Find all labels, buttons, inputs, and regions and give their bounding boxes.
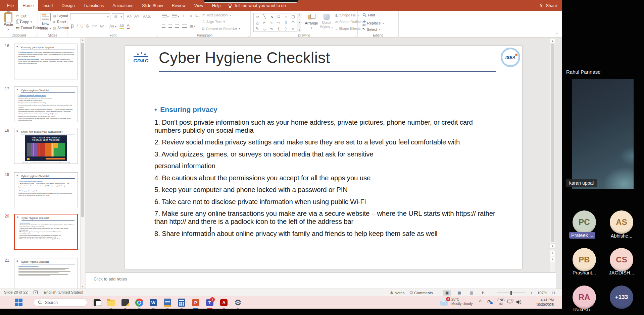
justify-button[interactable]	[182, 24, 187, 28]
menu-transitions[interactable]: Transitions	[79, 0, 108, 11]
chrome-icon[interactable]	[134, 298, 145, 308]
shape-arc-icon[interactable]: ◠	[292, 21, 295, 24]
editor-scrollbar[interactable]: ▲ ▼ ⇞ ⇟	[550, 38, 555, 272]
dark-notes-app-icon[interactable]	[119, 298, 131, 308]
collapse-ribbon-icon[interactable]: ⌃	[556, 32, 558, 36]
italic-button[interactable]: I	[77, 24, 78, 28]
scroll-up-icon[interactable]: ▲	[550, 38, 555, 44]
font-color-button[interactable]: A	[127, 23, 130, 29]
menu-file[interactable]: File	[3, 0, 18, 11]
grow-font-button[interactable]: A˄	[126, 14, 133, 19]
underline-button[interactable]: U	[81, 24, 84, 28]
next-slide-icon[interactable]: ⇟	[550, 257, 555, 262]
columns-button[interactable]: ▦▼	[190, 24, 196, 28]
slide-body-text[interactable]: •Ensuring privacy 1. Don't post private …	[154, 106, 497, 241]
notepad-app-icon[interactable]	[162, 298, 173, 308]
menu-animations[interactable]: Animations	[108, 0, 138, 11]
line-spacing-button[interactable]: ⇅▼	[195, 14, 200, 18]
settings-gear-icon[interactable]: ⚙	[232, 298, 244, 308]
thumbnail-scrollbar[interactable]: ▲ ▼	[80, 38, 85, 289]
align-center-button[interactable]	[168, 24, 172, 28]
shape-line-icon[interactable]: ╲	[263, 15, 266, 18]
slide-title[interactable]: Cyber Hygiene Checklist	[159, 49, 461, 67]
avatar[interactable]: PB	[573, 248, 596, 271]
file-explorer-icon[interactable]	[105, 298, 117, 308]
avatar[interactable]: CS	[610, 248, 633, 271]
shape-curve-icon[interactable]: ◡	[263, 27, 266, 30]
shape-triangle-icon[interactable]: △	[256, 21, 258, 24]
slide-canvas[interactable]: CDAC Cyber Hygiene Checklist ISEA •Ensur…	[125, 46, 522, 269]
more-participants-avatar[interactable]: +133	[610, 286, 633, 309]
bold-button[interactable]: B	[71, 24, 74, 28]
slide-thumbnail-panel[interactable]: 16 ≋ Ensuring good cyber hygiene A passw…	[0, 38, 85, 289]
menu-home[interactable]: Home	[18, 0, 38, 11]
menu-review[interactable]: Review	[167, 0, 190, 11]
quick-styles-button[interactable]: QuickStyles ▼	[319, 13, 334, 29]
scroll-down-icon[interactable]: ▼	[81, 285, 85, 288]
language-indicator[interactable]: ENGIN	[497, 298, 505, 306]
reset-button[interactable]: ↺Reset	[53, 20, 66, 24]
reading-view-button[interactable]: ▥	[468, 290, 475, 296]
paragraph-dialog-launcher-icon[interactable]: ⌟	[248, 34, 249, 37]
participant-video[interactable]: karan uppal	[572, 79, 634, 189]
scroll-down-icon[interactable]: ▼	[550, 243, 555, 249]
shape-leftbrace-icon[interactable]: {	[278, 27, 280, 30]
subscript-button[interactable]: abc	[92, 24, 97, 28]
new-slide-button[interactable]: NewSlide ▼	[39, 12, 52, 30]
avatar[interactable]: PC	[573, 210, 596, 234]
share-button[interactable]: Share	[539, 0, 557, 11]
sync-arrows-icon[interactable]: ⟳	[487, 299, 492, 305]
notes-placeholder[interactable]: Click to add notes	[94, 277, 127, 281]
shape-downarrow-icon[interactable]: ⇩	[284, 21, 287, 24]
network-icon[interactable]	[507, 300, 513, 305]
shape-textbox-icon[interactable]: ▭	[255, 15, 259, 18]
arrange-button[interactable]: Arrange▼	[304, 13, 319, 29]
drawing-dialog-launcher-icon[interactable]: ⌟	[355, 34, 356, 37]
previous-slide-icon[interactable]: ⇞	[550, 251, 555, 256]
change-case-button[interactable]: Aa▼	[109, 24, 117, 28]
thumbnail-slide-20-selected[interactable]: ≋ Cyber Hygiene Checklist • Ensuring pri…	[14, 214, 78, 250]
shape-roundrect-icon[interactable]: ▢	[291, 15, 295, 18]
taskbar-weather-widget[interactable]: 8 25°CMostly cloudy	[440, 297, 473, 306]
word-icon[interactable]: W	[148, 298, 159, 308]
tray-expand-icon[interactable]: ^	[479, 299, 482, 304]
shrink-font-button[interactable]: A˅	[133, 14, 140, 19]
align-left-button[interactable]	[162, 24, 165, 28]
bullets-button[interactable]: ▼	[162, 14, 169, 18]
zoom-slider-handle[interactable]	[510, 291, 512, 295]
shapes-gallery[interactable]: ▭ ╲ ↘ □ ○ ▢ △ ⌐ ↳ ⇨ ⇩ ◠ ✎ ◡ ∿ { }	[253, 13, 297, 32]
decrease-indent-button[interactable]: ⇤	[183, 14, 186, 18]
thumbnail-slide-21[interactable]: ≋ Cyber Hygiene Checklist	[14, 258, 78, 289]
zoom-out-button[interactable]: −	[491, 291, 493, 295]
shape-star-icon[interactable]: ☆	[291, 27, 295, 30]
strikethrough-button[interactable]: S	[86, 24, 89, 28]
text-direction-button[interactable]: ⇵Text Direction▼	[202, 13, 231, 17]
task-view-icon[interactable]	[91, 298, 103, 308]
menu-insert[interactable]: Insert	[38, 0, 57, 11]
normal-view-button[interactable]: ▣	[443, 290, 451, 296]
increase-indent-button[interactable]: ⇥	[189, 14, 192, 18]
shapes-gallery-scroll[interactable]: ▲▼⊽	[297, 13, 301, 32]
language-status[interactable]: English (United States)	[44, 290, 83, 294]
zoom-level[interactable]: 107%	[537, 291, 547, 295]
shape-rect-icon[interactable]: □	[278, 15, 280, 18]
thumbnail-slide-19[interactable]: ≋ Cyber Hygiene Checklist • Using multi-…	[14, 172, 78, 208]
speaker-icon[interactable]	[516, 300, 522, 305]
avatar[interactable]: AS	[610, 210, 633, 234]
clear-formatting-button[interactable]: A⌫	[142, 14, 152, 19]
thumbnail-slide-17[interactable]: ≋ Cyber Hygiene Checklist 1. Keeping pas…	[14, 86, 78, 122]
paste-button[interactable]: Paste▼	[1, 12, 15, 31]
thumbnail-slide-18[interactable]: ≋ Know, how secure your password is? TIM…	[14, 128, 78, 164]
char-spacing-button[interactable]: AV↔	[100, 24, 107, 28]
font-size-combo[interactable]: 18▼	[112, 13, 124, 20]
shape-wave-icon[interactable]: ∿	[270, 27, 273, 30]
align-text-button[interactable]: ⇳Align Text▼	[202, 20, 225, 24]
numbering-button[interactable]: ▼	[172, 14, 180, 18]
font-name-combo[interactable]: ▼	[70, 13, 110, 20]
powerpoint-icon[interactable]: P	[190, 298, 201, 308]
fit-to-window-icon[interactable]: ⊡	[552, 291, 555, 295]
shape-fill-button[interactable]: ◧Shape Fill▼	[335, 13, 359, 17]
comments-toggle[interactable]: 🗩 Comments	[409, 291, 433, 295]
shape-connector-icon[interactable]: ↳	[270, 21, 273, 24]
convert-smartart-button[interactable]: ⧉Convert to SmartArt▼	[202, 26, 241, 31]
